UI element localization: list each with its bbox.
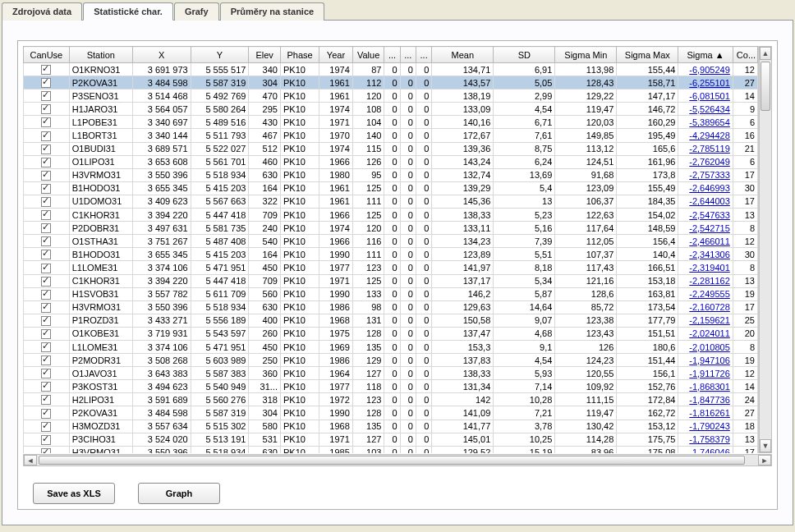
col-header-1[interactable]: Station	[69, 47, 132, 63]
col-header-3[interactable]: Y	[191, 47, 249, 63]
col-header-11[interactable]: Mean	[432, 47, 494, 63]
table-row[interactable]: P2KOVA313 484 5985 587 319304PK101961112…	[24, 76, 758, 89]
hscroll-thumb[interactable]	[39, 456, 745, 465]
col-header-10[interactable]: ...	[416, 47, 431, 63]
table-row[interactable]: L1LOME313 374 1065 471 951450PK101977123…	[24, 261, 758, 274]
scroll-down-arrow[interactable]: ▼	[760, 439, 771, 452]
sigma-link[interactable]: -2,646993	[689, 183, 730, 193]
canuse-checkbox[interactable]	[41, 171, 51, 181]
tab-0[interactable]: Zdrojová data	[2, 2, 82, 21]
sigma-link[interactable]: -2,542715	[689, 223, 730, 233]
table-row[interactable]: B1HODO313 655 3455 415 203164PK101961125…	[24, 181, 758, 195]
sigma-link[interactable]: -2,010805	[689, 342, 730, 352]
table-row[interactable]: O1JAVO313 643 3835 587 383360PK101964127…	[24, 367, 758, 380]
canuse-checkbox[interactable]	[41, 117, 51, 127]
canuse-checkbox[interactable]	[41, 250, 51, 259]
save-xls-button[interactable]: Save as XLS	[33, 483, 115, 504]
canuse-checkbox[interactable]	[41, 158, 51, 167]
canuse-checkbox[interactable]	[41, 290, 51, 300]
sigma-link[interactable]: -1,816261	[689, 408, 730, 418]
canuse-checkbox[interactable]	[41, 316, 51, 326]
sigma-link[interactable]: -2,547633	[689, 210, 730, 220]
graph-button[interactable]: Graph	[138, 483, 220, 504]
table-row[interactable]: P3CIHO313 524 0205 513 191531PK101971127…	[24, 433, 758, 446]
canuse-checkbox[interactable]	[41, 382, 51, 392]
canuse-checkbox[interactable]	[41, 65, 51, 75]
col-header-2[interactable]: X	[132, 47, 191, 63]
canuse-checkbox[interactable]	[41, 303, 51, 313]
tab-3[interactable]: Průměry na stanice	[220, 2, 325, 21]
sigma-link[interactable]: -1,911726	[689, 369, 730, 378]
tab-1[interactable]: Statistické char.	[83, 2, 173, 21]
canuse-checkbox[interactable]	[41, 329, 51, 339]
sigma-link[interactable]: -2,785119	[689, 144, 730, 154]
scroll-right-arrow[interactable]: ►	[758, 455, 771, 466]
table-row[interactable]: O1BUDI313 689 5715 522 027512PK101974115…	[24, 142, 758, 155]
col-header-4[interactable]: Elev	[249, 47, 281, 63]
canuse-checkbox[interactable]	[41, 342, 51, 352]
table-row[interactable]: O1KRNO313 691 9735 555 517340PK101974870…	[24, 63, 758, 76]
table-row[interactable]: P2DOBR313 497 6315 581 735240PK101974120…	[24, 222, 758, 235]
sigma-link[interactable]: -4,294428	[689, 131, 730, 140]
table-row[interactable]: H1SVOB313 557 7825 611 709560PK101990133…	[24, 287, 758, 300]
canuse-checkbox[interactable]	[41, 422, 51, 432]
sigma-link[interactable]: -2,341306	[689, 250, 730, 259]
sigma-link[interactable]: -1,746046	[689, 447, 730, 453]
canuse-checkbox[interactable]	[41, 184, 51, 194]
col-header-12[interactable]: SD	[494, 47, 555, 63]
sigma-link[interactable]: -1,847736	[689, 395, 730, 405]
canuse-checkbox[interactable]	[41, 277, 51, 287]
tab-2[interactable]: Grafy	[174, 2, 219, 21]
table-row[interactable]: H3VRMO313 550 3965 518 934630PK101986980…	[24, 300, 758, 314]
sigma-link[interactable]: -2,281162	[689, 276, 730, 286]
table-row[interactable]: P3KOST313 494 6235 540 94931...PK1019771…	[24, 380, 758, 393]
col-header-0[interactable]: CanUse	[24, 47, 70, 63]
sigma-link[interactable]: -2,319401	[689, 263, 730, 273]
canuse-checkbox[interactable]	[41, 236, 51, 246]
canuse-checkbox[interactable]	[41, 369, 51, 378]
table-row[interactable]: P3SENO313 514 4685 492 769470PK101961120…	[24, 89, 758, 103]
table-row[interactable]: O1LIPO313 653 6085 561 701460PK101966126…	[24, 155, 758, 168]
table-row[interactable]: O1KOBE313 719 9315 543 597260PK101975128…	[24, 327, 758, 340]
sigma-link[interactable]: -6,081501	[689, 91, 730, 101]
sigma-link[interactable]: -2,249555	[689, 289, 730, 299]
sigma-link[interactable]: -1,790243	[689, 421, 730, 431]
sigma-link[interactable]: -2,024011	[689, 328, 730, 338]
scroll-left-arrow[interactable]: ◄	[24, 455, 37, 466]
sigma-link[interactable]: -1,758379	[689, 434, 730, 444]
canuse-checkbox[interactable]	[41, 355, 51, 365]
sigma-link[interactable]: -5,389654	[689, 117, 730, 127]
canuse-checkbox[interactable]	[41, 144, 51, 154]
sigma-link[interactable]: -1,868301	[689, 382, 730, 392]
sigma-link[interactable]: -2,466011	[689, 236, 730, 246]
col-header-9[interactable]: ...	[400, 47, 416, 63]
col-header-5[interactable]: Phase	[280, 47, 319, 63]
col-header-7[interactable]: Value	[352, 47, 384, 63]
sigma-link[interactable]: -1,947106	[689, 355, 730, 365]
hscroll-track[interactable]	[37, 455, 758, 466]
vertical-scrollbar[interactable]: ▲ ▼	[759, 46, 772, 453]
canuse-checkbox[interactable]	[41, 131, 51, 141]
table-row[interactable]: H1JARO313 564 0575 580 264295PK101974108…	[24, 103, 758, 116]
sigma-link[interactable]: -2,757333	[689, 170, 730, 180]
canuse-checkbox[interactable]	[41, 197, 51, 207]
table-row[interactable]: H3MOZD313 557 6345 515 302580PK101968135…	[24, 420, 758, 433]
sigma-link[interactable]: -6,255101	[689, 78, 730, 88]
table-row[interactable]: B1HODO313 655 3455 415 203164PK101990111…	[24, 248, 758, 261]
table-row[interactable]: H2LIPO313 591 6895 560 276318PK101972123…	[24, 393, 758, 406]
canuse-checkbox[interactable]	[41, 409, 51, 419]
col-header-14[interactable]: Sigma Max	[617, 47, 678, 63]
table-row[interactable]: C1KHOR313 394 2205 447 418709PK101966125…	[24, 209, 758, 222]
col-header-13[interactable]: Sigma Min	[555, 47, 617, 63]
canuse-checkbox[interactable]	[41, 435, 51, 445]
table-row[interactable]: P2MODR313 508 2685 603 989250PK101986129…	[24, 354, 758, 367]
table-row[interactable]: U1DOMO313 409 6235 567 663322PK101961111…	[24, 195, 758, 208]
sigma-link[interactable]: -2,160728	[689, 302, 730, 312]
horizontal-scrollbar[interactable]: ◄ ►	[23, 454, 772, 466]
table-row[interactable]: H3VRMO313 550 3965 518 934630PK101980950…	[24, 168, 758, 181]
sigma-link[interactable]: -2,762049	[689, 157, 730, 167]
sigma-link[interactable]: -2,159621	[689, 315, 730, 325]
sigma-link[interactable]: -5,526434	[689, 104, 730, 114]
vscroll-track[interactable]	[760, 60, 771, 439]
canuse-checkbox[interactable]	[41, 223, 51, 233]
